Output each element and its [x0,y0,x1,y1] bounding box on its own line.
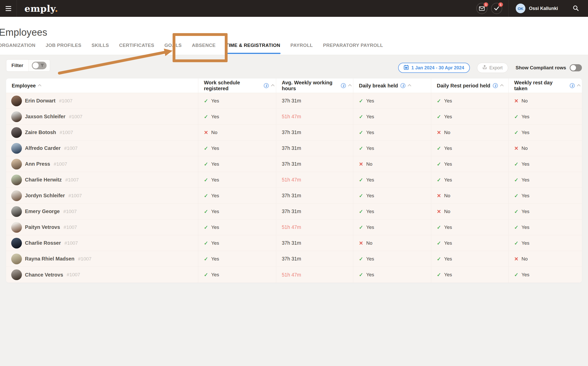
column-header-employee[interactable]: Employee [6,79,198,93]
employee-name: Jordyn Schleifer [25,193,65,199]
employee-id: #1007 [65,177,79,183]
daily-rest-cell-value: No [444,209,450,214]
content-area: Filter 1 Jan 2024 - 30 Apr 2024 Export S… [0,55,588,366]
work-schedule-cell-value: Yes [211,225,219,230]
employee-cell: Chance Vetrovs#1007 [6,267,198,283]
weekly-rest-cell: ✓Yes [508,125,582,140]
work-schedule-cell: ✓Yes [198,219,276,235]
table-row[interactable]: Charlie Herwitz#1007✓Yes51h 47m✓Yes✓Yes✓… [6,172,582,188]
table-row[interactable]: Rayna Rhiel Madsen#1007✓Yes37h 31m✓Yes✓Y… [6,251,582,267]
check-icon: ✓ [204,193,208,199]
user-menu[interactable]: OK Ossi Kallunki [514,3,559,14]
employee-avatar [11,127,22,138]
weekly-rest-cell: ✓Yes [508,172,582,188]
sort-chevron-icon [577,84,581,88]
daily-break-cell-value: Yes [366,225,374,230]
date-range-button[interactable]: 1 Jan 2024 - 30 Apr 2024 [398,63,470,73]
info-icon[interactable]: i [570,83,575,88]
daily-break-cell: ✓Yes [353,93,431,109]
search-button[interactable] [571,5,580,12]
info-icon[interactable]: i [493,83,498,88]
tab-time-registration[interactable]: TIME & REGISTRATION [221,43,285,55]
daily-break-cell: ✓Yes [353,109,431,124]
weekly-rest-cell-value: Yes [522,161,529,167]
table-row[interactable]: Charlie Rosser#1007✓Yes37h 31m✕No✓Yes✓Ye… [6,235,582,251]
hamburger-menu-button[interactable] [0,0,17,17]
column-header-weekly-rest-day-taken[interactable]: Weekly rest day takeni [508,79,582,93]
avg-hours-value: 37h 31m [282,161,301,167]
daily-break-cell-value: Yes [366,114,374,120]
employee-id: #1007 [78,256,92,262]
weekly-rest-cell: ✓Yes [508,235,582,251]
employee-id: #1007 [54,161,67,167]
table-row[interactable]: Chance Vetrovs#1007✓Yes51h 47m✓Yes✓Yes✓Y… [6,267,582,283]
daily-rest-cell-value: Yes [444,256,452,262]
column-header-daily-break-held[interactable]: Daily break heldi [353,79,431,93]
daily-break-cell: ✓Yes [353,140,431,156]
table-row[interactable]: Jaxson Schleifer#1007✓Yes51h 47m✓Yes✓Yes… [6,109,582,125]
check-icon: ✓ [359,272,363,278]
sort-chevron-icon [348,84,352,88]
work-schedule-cell: ✓Yes [198,188,276,203]
tab-absence[interactable]: ABSENCE [187,43,221,55]
tab-skills[interactable]: SKILLS [87,43,114,55]
column-header-work-schedule-registered[interactable]: Work schedule registeredi [198,79,276,93]
tab-goals[interactable]: GOALS [159,43,187,55]
daily-break-cell: ✓Yes [353,188,431,203]
employee-cell: Ann Press#1007 [6,156,198,172]
daily-break-cell-value: Yes [366,98,374,104]
check-icon: ✓ [359,145,363,151]
envelope-icon [479,6,485,11]
employee-name: Jaxson Schleifer [25,114,65,120]
daily-break-cell-value: Yes [366,193,374,199]
daily-break-cell: ✓Yes [353,267,431,283]
export-button[interactable]: Export [477,63,508,73]
info-icon[interactable]: i [400,83,405,88]
weekly-rest-cell: ✕No [508,251,582,267]
tab-certificates[interactable]: CERTIFICATES [114,43,159,55]
filter-control[interactable]: Filter [6,59,50,72]
show-compliant-toggle[interactable] [570,64,582,71]
info-icon[interactable]: i [341,83,346,88]
filter-toggle[interactable] [32,62,47,69]
employee-cell: Erin Dorwart#1007 [6,93,198,109]
messages-badge: 1 [484,2,488,7]
info-icon[interactable]: i [264,83,269,88]
employee-avatar [11,222,22,233]
messages-button[interactable]: 1 [476,3,487,14]
tab-preparatory-payroll[interactable]: PREPARATORY PAYROLL [318,43,388,55]
daily-rest-cell-value: Yes [444,114,452,120]
check-icon: ✓ [359,224,363,230]
check-icon: ✓ [437,272,441,278]
daily-break-cell: ✕No [353,156,431,172]
weekly-rest-cell-value: Yes [522,225,529,230]
work-schedule-cell: ✓Yes [198,109,276,124]
avg-hours-value: 51h 47m [282,177,301,183]
table-row[interactable]: Ann Press#1007✓Yes37h 31m✕No✓Yes✓Yes [6,156,582,172]
table-row[interactable]: Zaire Botosh#1007✕No37h 31m✓Yes✕No✓Yes [6,125,582,140]
employee-name: Ann Press [25,161,50,167]
work-schedule-cell-value: Yes [211,193,219,199]
table-row[interactable]: Erin Dorwart#1007✓Yes37h 31m✓Yes✓Yes✕No [6,93,582,109]
funnel-icon [40,63,44,69]
check-icon: ✓ [437,224,441,230]
tab-job-profiles[interactable]: JOB PROFILES [40,43,87,55]
tab-payroll[interactable]: PAYROLL [285,43,318,55]
table-row[interactable]: Paityn Vetrovs#1007✓Yes51h 47m✓Yes✓Yes✓Y… [6,219,582,235]
column-header-avg-weekly-working-hours[interactable]: Avg. Weekly working hoursi [276,79,353,93]
table-row[interactable]: Jordyn Schleifer#1007✓Yes37h 31m✓Yes✕No✓… [6,188,582,204]
weekly-rest-cell-value: Yes [522,240,529,246]
table-row[interactable]: Alfredo Carder#1007✓Yes37h 31m✓Yes✓Yes✕N… [6,140,582,156]
table-row[interactable]: Emery George#1007✓Yes37h 31m✓Yes✕No✓Yes [6,204,582,219]
check-icon: ✓ [204,145,208,151]
weekly-rest-cell-value: No [522,256,528,262]
column-label: Work schedule registered [204,80,261,92]
check-icon: ✓ [204,224,208,230]
daily-rest-cell-value: Yes [444,225,452,230]
employee-cell: Charlie Rosser#1007 [6,235,198,251]
tasks-button[interactable]: 1 [491,3,502,14]
check-icon: ✓ [359,256,363,262]
column-header-daily-rest-period-held[interactable]: Daily Rest period heldi [431,79,508,93]
tab-organization[interactable]: ORGANIZATION [0,43,40,55]
app-logo[interactable]: emply. [24,3,58,14]
